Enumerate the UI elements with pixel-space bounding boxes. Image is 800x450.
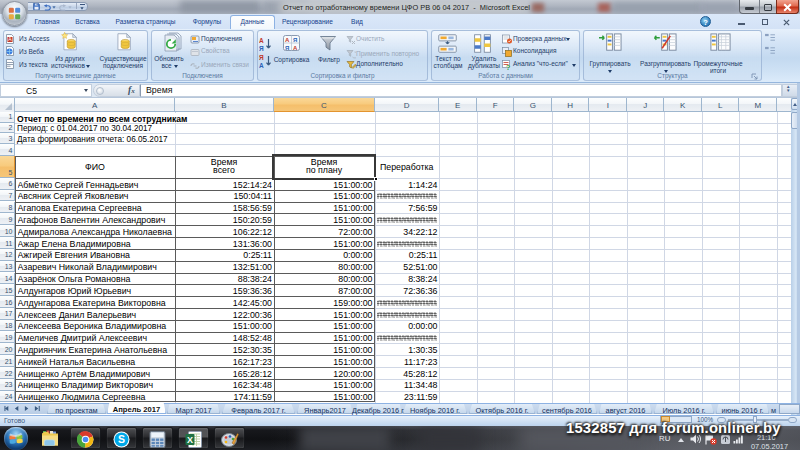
svg-text:А: А (293, 45, 298, 51)
svg-text:А: А (259, 37, 264, 44)
svg-text:S: S (118, 433, 125, 445)
svg-text:Я: Я (285, 45, 289, 51)
svg-text:А: А (259, 62, 264, 69)
svg-text:А: А (285, 37, 290, 43)
svg-text:Я: Я (259, 44, 264, 51)
svg-text:Я: Я (259, 54, 264, 61)
svg-text:?: ? (506, 64, 510, 70)
svg-text:Я: Я (293, 37, 297, 43)
svg-text:X: X (187, 434, 193, 444)
